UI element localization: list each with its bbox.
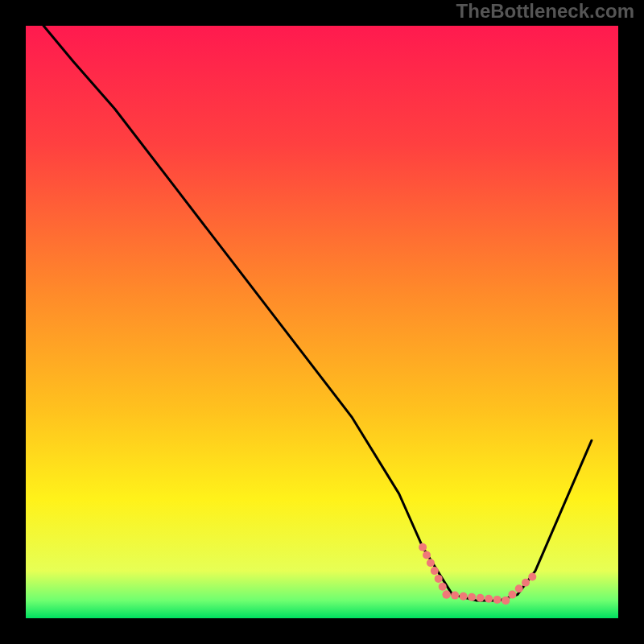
dot-dotted-left <box>435 575 443 583</box>
bottleneck-chart <box>0 0 644 644</box>
dot-dotted-right <box>528 573 536 581</box>
dot-dotted-bottom <box>460 592 468 601</box>
dot-dotted-bottom <box>477 594 485 602</box>
dot-dotted-right <box>502 597 510 605</box>
dot-dotted-right <box>508 591 516 599</box>
dot-dotted-left <box>419 543 427 551</box>
dot-dotted-bottom <box>468 593 476 601</box>
dot-dotted-right <box>522 579 530 587</box>
watermark-text: TheBottleneck.com <box>456 0 634 23</box>
dot-dotted-bottom <box>451 592 459 600</box>
dot-dotted-bottom <box>485 595 493 603</box>
dot-dotted-right <box>515 584 523 592</box>
dot-dotted-bottom <box>443 591 451 599</box>
chart-container: TheBottleneck.com <box>0 0 644 644</box>
dot-dotted-left <box>431 567 439 575</box>
dot-dotted-left <box>427 559 435 567</box>
dot-dotted-left <box>439 583 447 591</box>
dot-dotted-left <box>423 551 431 559</box>
dot-dotted-bottom <box>493 596 502 604</box>
plot-background <box>26 26 618 618</box>
